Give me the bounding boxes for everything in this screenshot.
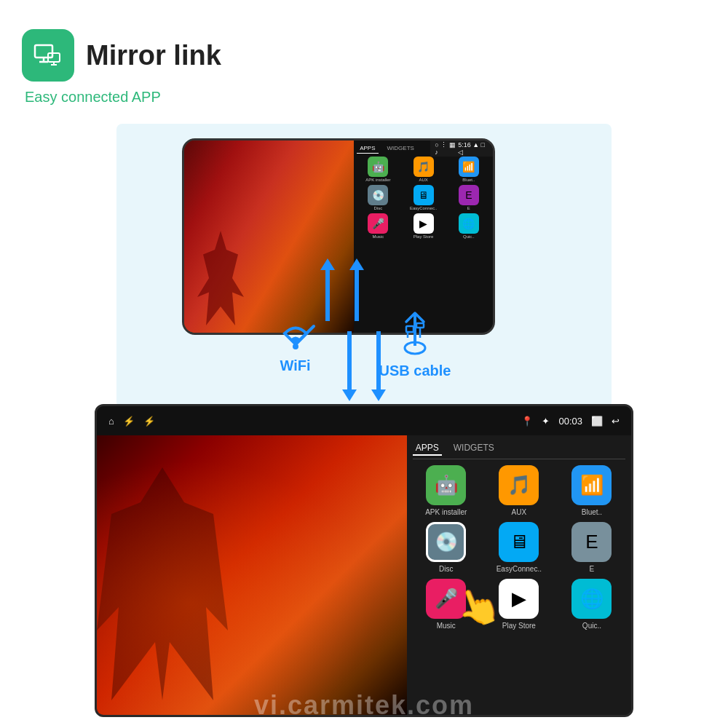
aux-icon: 🎵 [414, 157, 434, 177]
app-label: APK installer [365, 178, 390, 182]
disc-icon: 💿 [426, 522, 466, 562]
list-item: 📶 Bluet.. [448, 157, 490, 182]
list-item: 🤖 APK installer [357, 157, 399, 182]
app-label: Play Store [414, 234, 434, 239]
car-tab-apps[interactable]: APPS [413, 441, 442, 456]
watermark: vi.carmitek.com [0, 690, 728, 721]
aux-icon: 🎵 [499, 465, 539, 505]
page-title: Mirror link [86, 40, 221, 71]
list-item: 📶 Bluet.. [558, 465, 625, 516]
app-label: EasyConnec.. [410, 206, 437, 210]
svg-rect-9 [416, 323, 424, 328]
bluetooth-status-icon: ✦ [542, 416, 550, 427]
svg-point-6 [293, 344, 298, 349]
list-item: 🎤 Music [357, 213, 399, 239]
apk-installer-icon: 🤖 [426, 465, 466, 505]
down-arrow-2 [371, 331, 386, 419]
list-item: 🖥 EasyConnec.. [402, 185, 444, 210]
app-label: AUX [419, 178, 427, 182]
play-store-icon: ▶ [414, 213, 434, 234]
music-icon: 🎤 [368, 213, 388, 234]
header-section: Mirror link Easy connected APP [22, 29, 221, 106]
list-item: E E [558, 522, 625, 573]
car-tab-widgets[interactable]: WIDGETS [451, 441, 497, 456]
car-status-left: ⌂ ⚡ ⚡ [108, 416, 155, 427]
usb-status-icon-2: ⚡ [143, 416, 155, 427]
app-label: Music [372, 234, 384, 239]
app-label: Quic.. [463, 234, 475, 239]
list-item: E E [448, 185, 490, 210]
e-icon: E [571, 522, 612, 562]
quic-icon: 🌐 [571, 579, 612, 619]
app-label: APK installer [425, 508, 467, 516]
car-apps-panel: APPS WIDGETS 🤖 APK installer 🎵 AUX 📶 Blu… [407, 435, 631, 715]
list-item: 🤖 APK installer [413, 465, 480, 516]
app-label: Disc [439, 565, 453, 573]
wifi-item: WiFi [270, 312, 321, 374]
phone-tab-apps[interactable]: APPS [357, 143, 378, 154]
list-item: 💿 Disc [413, 522, 480, 573]
car-video-area [97, 435, 407, 715]
phone-icons-left: ○ ⋮ ▦ ♪ [435, 141, 458, 156]
car-tabs: APPS WIDGETS [413, 441, 625, 459]
list-item: 🖥 EasyConnec.. [486, 522, 553, 573]
list-item: 🎵 AUX [402, 157, 444, 182]
location-icon: 📍 [521, 416, 533, 427]
phone-tab-widgets[interactable]: WIDGETS [384, 143, 417, 154]
wifi-icon [270, 312, 321, 352]
app-label: E [467, 206, 470, 210]
car-screen: ⌂ ⚡ ⚡ 📍 ✦ 00:03 ⬜ ↩ 👆 APPS WIDGETS [95, 404, 633, 717]
app-label: Play Store [502, 622, 536, 630]
wifi-label: WiFi [280, 357, 311, 374]
up-arrow-2 [349, 258, 364, 321]
list-item: 🎵 AUX [486, 465, 553, 516]
window-icon: ⬜ [591, 416, 603, 427]
app-label: Bluet.. [582, 508, 602, 516]
list-item: 💿 Disc [357, 185, 399, 210]
up-arrow-1 [320, 258, 335, 321]
easyconnect-icon: 🖥 [499, 522, 539, 562]
app-label: Disc [373, 206, 382, 210]
bluetooth-icon: 📶 [459, 157, 479, 177]
usb-status-icon: ⚡ [123, 416, 135, 427]
list-item: 🌐 Quic.. [558, 579, 625, 630]
bluetooth-app-icon: 📶 [571, 465, 612, 505]
mirror-link-row: Mirror link [22, 29, 221, 82]
app-label: Bluet.. [462, 178, 475, 182]
apk-installer-icon: 🤖 [368, 157, 388, 177]
app-label: E [590, 565, 595, 573]
app-label: Music [437, 622, 456, 630]
home-icon: ⌂ [108, 416, 114, 427]
car-apps-grid: 🤖 APK installer 🎵 AUX 📶 Bluet.. 💿 Disc 🖥 [413, 465, 625, 630]
disc-icon: 💿 [368, 185, 388, 205]
up-arrows [320, 258, 364, 321]
mirror-link-icon [22, 29, 74, 82]
subtitle: Easy connected APP [25, 89, 221, 106]
back-icon: ↩ [612, 416, 620, 427]
car-status-right: 📍 ✦ 00:03 ⬜ ↩ [521, 416, 620, 427]
phone-apps-grid: 🤖 APK installer 🎵 AUX 📶 Bluet.. 💿 Disc [357, 157, 490, 239]
app-label: Quic.. [582, 622, 601, 630]
phone-time: 5:16 ▲ □ ◁ [458, 141, 488, 156]
down-arrow-1 [342, 331, 357, 419]
list-item: ▶ Play Store [402, 213, 444, 239]
easyconnect-icon: 🖥 [414, 185, 434, 205]
app-label: EasyConnec.. [496, 565, 542, 573]
quic-icon: 🌐 [459, 213, 479, 234]
play-store-icon: ▶ [499, 579, 539, 619]
app-label: AUX [512, 508, 527, 516]
phone-status-bar: ○ ⋮ ▦ ♪ 5:16 ▲ □ ◁ [430, 141, 493, 157]
time-display: 00:03 [558, 416, 582, 427]
e-icon: E [459, 185, 479, 205]
svg-rect-0 [35, 45, 52, 58]
car-content: 👆 APPS WIDGETS 🤖 APK installer 🎵 AUX 📶 B… [97, 435, 631, 715]
list-item: 🌐 Quic.. [448, 213, 490, 239]
vertical-arrows [320, 331, 408, 419]
